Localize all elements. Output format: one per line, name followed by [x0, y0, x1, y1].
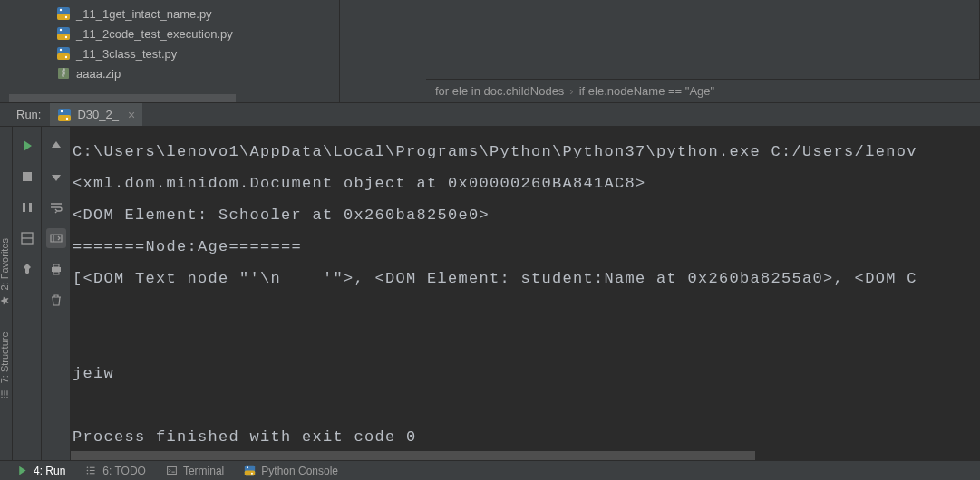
- print-button[interactable]: [46, 259, 66, 279]
- up-button[interactable]: [46, 136, 66, 156]
- archive-icon: [56, 66, 71, 81]
- console-output[interactable]: C:\Users\lenovo1\AppData\Local\Programs\…: [71, 127, 980, 460]
- tree-item[interactable]: aaaa.zip: [0, 63, 339, 83]
- run-tab-label: D30_2_: [77, 108, 119, 121]
- soft-wrap-button[interactable]: [46, 197, 66, 217]
- tree-scrollbar[interactable]: [9, 94, 236, 102]
- favorites-tool[interactable]: 2: Favorites: [0, 238, 10, 306]
- tool-python-console[interactable]: Python Console: [244, 465, 338, 477]
- tree-item-label: _11_2code_test_execution.py: [76, 27, 233, 41]
- breadcrumb-item[interactable]: if ele.nodeName == "Age": [579, 84, 714, 98]
- python-icon: [56, 6, 71, 21]
- console-line: [73, 326, 978, 358]
- structure-tool[interactable]: 7: Structure: [0, 331, 10, 399]
- console-line: <xml.dom.minidom.Document object at 0x00…: [73, 168, 978, 199]
- console-line: =======Node:Age=======: [73, 231, 978, 263]
- left-toolbar-stripe[interactable]: 7: Structure 2: Favorites: [0, 127, 13, 460]
- run-label: Run:: [0, 108, 50, 121]
- console-line: [73, 294, 978, 326]
- clear-button[interactable]: [46, 290, 66, 310]
- tree-item-label: _11_1get_intact_name.py: [76, 7, 212, 21]
- rerun-button[interactable]: [17, 136, 37, 156]
- python-icon: [56, 46, 71, 61]
- tool-terminal[interactable]: Terminal: [166, 465, 224, 477]
- console-line: Process finished with exit code 0: [73, 421, 978, 453]
- pause-button[interactable]: [17, 197, 37, 217]
- tool-todo[interactable]: 6: TODO: [85, 465, 146, 477]
- console-line: jeiw: [73, 358, 978, 389]
- run-tab[interactable]: D30_2_ ×: [50, 103, 142, 126]
- run-action-column: [13, 127, 42, 460]
- down-button[interactable]: [46, 167, 66, 187]
- python-icon: [57, 108, 72, 122]
- tree-item[interactable]: _11_2code_test_execution.py: [0, 24, 339, 43]
- breadcrumb[interactable]: for ele in doc.childNodes › if ele.nodeN…: [426, 79, 980, 102]
- pin-button[interactable]: [17, 259, 37, 279]
- breadcrumb-item[interactable]: for ele in doc.childNodes: [435, 84, 564, 98]
- tree-item[interactable]: _11_1get_intact_name.py: [0, 4, 339, 24]
- close-icon[interactable]: ×: [128, 108, 135, 122]
- chevron-right-icon: ›: [569, 84, 573, 98]
- tree-item-label: aaaa.zip: [76, 67, 121, 81]
- bottom-toolbar: 4: Run 6: TODO Terminal Python Console: [0, 460, 980, 480]
- console-scrollbar[interactable]: [71, 451, 755, 460]
- stop-button[interactable]: [17, 167, 37, 187]
- tree-item-label: _11_3class_test.py: [76, 47, 177, 61]
- tree-item[interactable]: _11_3class_test.py: [0, 43, 339, 63]
- console-line: <DOM Element: Schooler at 0x260ba8250e0>: [73, 199, 978, 231]
- console-action-column: [42, 127, 71, 460]
- project-tree[interactable]: _11_1get_intact_name.py_11_2code_test_ex…: [0, 0, 340, 102]
- console-line: [<DOM Text node "'\n '">, <DOM Element: …: [73, 263, 978, 294]
- scroll-to-end-button[interactable]: [46, 228, 66, 248]
- tool-run[interactable]: 4: Run: [16, 465, 65, 477]
- layout-button[interactable]: [17, 228, 37, 248]
- run-tool-header: Run: D30_2_ ×: [0, 102, 980, 127]
- console-line: [73, 389, 978, 421]
- console-line: C:\Users\lenovo1\AppData\Local\Programs\…: [73, 136, 978, 168]
- python-icon: [56, 26, 71, 41]
